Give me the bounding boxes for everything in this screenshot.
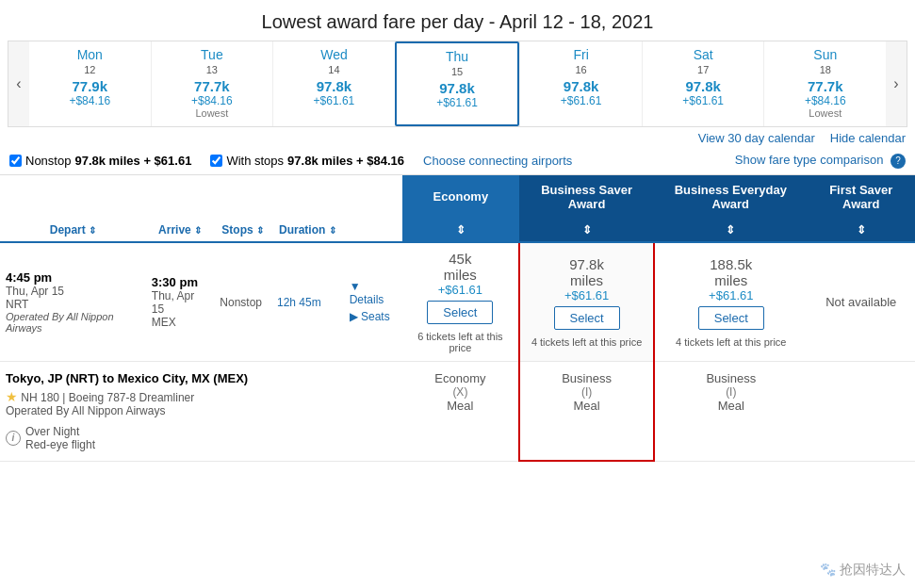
sort-stops[interactable]: Stops ⇕: [214, 219, 271, 242]
sort-duration[interactable]: Duration ⇕: [271, 219, 344, 242]
depart-sort-icon: ⇕: [89, 225, 96, 236]
first-saver-header: First Saver Award: [808, 175, 916, 219]
calendar-links: View 30 day calendar Hide calendar: [0, 127, 915, 149]
economy-fare-cell: 45kmiles +$61.61 Select 6 tickets left a…: [402, 242, 519, 362]
biz-saver-class-name: Business: [526, 371, 647, 385]
dow-label: Tue: [155, 47, 270, 62]
biz-everyday-cabin-cell: Business (I) Meal: [654, 361, 807, 461]
connecting-airports-link[interactable]: Choose connecting airports: [423, 154, 572, 168]
calendar-day-mon[interactable]: Mon 12 77.9k +$84.16: [29, 41, 151, 126]
lowest-label: Lowest: [768, 107, 882, 119]
date-num: 17: [646, 64, 760, 75]
dow-label: Thu: [400, 49, 515, 64]
day-cash: +$84.16: [155, 94, 270, 107]
operated-by-1: Operated By All Nippon Airways: [6, 311, 140, 334]
first-saver-sort-icon[interactable]: ⇕: [808, 219, 916, 242]
calendar-day-sat[interactable]: Sat 17 97.8k +$61.61: [642, 41, 764, 126]
duration-sort-icon: ⇕: [329, 225, 336, 236]
nonstop-label: Nonstop: [25, 154, 71, 168]
sort-arrive[interactable]: Arrive ⇕: [146, 219, 215, 242]
day-miles: 77.7k: [768, 78, 882, 94]
day-cash: +$84.16: [768, 94, 882, 107]
arrive-iata: MEX: [152, 316, 209, 329]
hide-calendar-link[interactable]: Hide calendar: [830, 131, 906, 145]
calendar-next-button[interactable]: ›: [886, 41, 907, 126]
calendar-day-tue[interactable]: Tue 13 77.7k +$84.16 Lowest: [151, 41, 273, 126]
dow-label: Fri: [524, 47, 638, 62]
stops-cell: Nonstop: [214, 242, 271, 362]
sort-headers-row: Depart ⇕ Arrive ⇕ Stops ⇕ Duration ⇕ ⇕ ⇕…: [0, 219, 915, 242]
filters-left: Nonstop 97.8k miles + $61.61 With stops …: [9, 154, 572, 168]
calendar-day-sun[interactable]: Sun 18 77.7k +$84.16 Lowest: [763, 41, 886, 126]
depart-cell: 4:45 pm Thu, Apr 15 NRT Operated By All …: [0, 242, 146, 362]
route-label: Tokyo, JP (NRT) to Mexico City, MX (MEX): [6, 371, 397, 385]
with-stops-label: With stops: [226, 154, 284, 168]
date-num: 18: [768, 64, 882, 75]
sort-depart[interactable]: Depart ⇕: [0, 219, 146, 242]
biz-saver-sort-icon[interactable]: ⇕: [519, 219, 654, 242]
biz-everyday-select-button[interactable]: Select: [698, 306, 764, 330]
economy-cash: +$61.61: [408, 283, 513, 297]
calendar-prev-button[interactable]: ‹: [8, 41, 29, 126]
dow-label: Wed: [277, 47, 391, 62]
seats-link[interactable]: ▶ Seats: [350, 310, 390, 323]
day-miles: 77.9k: [33, 78, 147, 94]
view-30-day-link[interactable]: View 30 day calendar: [698, 131, 815, 145]
biz-everyday-cash: +$61.61: [661, 288, 801, 302]
with-stops-checkbox[interactable]: [210, 155, 222, 167]
flight-row: 4:45 pm Thu, Apr 15 NRT Operated By All …: [0, 242, 915, 362]
calendar-day-wed[interactable]: Wed 14 97.8k +$61.61: [272, 41, 395, 126]
economy-meal: Meal: [408, 399, 513, 413]
arrive-date: Thu, Apr 15: [152, 289, 209, 316]
dow-label: Sun: [768, 47, 882, 62]
depart-time: 4:45 pm: [6, 270, 140, 285]
economy-sort-icon[interactable]: ⇕: [402, 219, 519, 242]
nonstop-value: 97.8k miles + $61.61: [74, 154, 191, 168]
overnight-info-icon: i: [6, 431, 21, 446]
overnight-label: Over Night Red-eye flight: [25, 425, 95, 451]
nonstop-checkbox[interactable]: [9, 155, 22, 167]
biz-everyday-sort-icon[interactable]: ⇕: [654, 219, 807, 242]
with-stops-value: 97.8k miles + $84.16: [287, 154, 404, 168]
arrive-time: 3:30 pm: [152, 275, 209, 289]
depart-iata: NRT: [6, 298, 140, 311]
depart-date: Thu, Apr 15: [6, 285, 140, 298]
biz-everyday-class-name: Business: [661, 371, 801, 385]
biz-saver-cash: +$61.61: [526, 288, 647, 302]
details-link[interactable]: ▼ Details: [350, 280, 397, 306]
date-num: 12: [33, 64, 147, 75]
dow-label: Mon: [33, 47, 147, 62]
arrive-cell: 3:30 pm Thu, Apr 15 MEX: [146, 242, 215, 362]
calendar-day-thu[interactable]: Thu 15 97.8k +$61.61: [395, 41, 520, 126]
biz-saver-cabin-cell: Business (I) Meal: [519, 361, 654, 461]
flight-details-cell: Tokyo, JP (NRT) to Mexico City, MX (MEX)…: [0, 361, 402, 461]
stops-value: Nonstop: [220, 296, 262, 309]
with-stops-filter[interactable]: With stops 97.8k miles + $84.16: [210, 154, 404, 168]
show-fare-comparison-link[interactable]: Show fare type comparison: [735, 153, 884, 167]
duration-value: 12h 45m: [277, 296, 321, 309]
not-available-label: Not available: [813, 295, 910, 309]
flight-number: ★ NH 180 | Boeing 787-8 Dreamliner: [6, 389, 397, 404]
operated-by-details: Operated By All Nippon Airways: [6, 404, 397, 417]
day-miles: 97.8k: [524, 78, 638, 94]
biz-saver-select-button[interactable]: Select: [554, 306, 620, 330]
day-miles: 77.7k: [155, 78, 270, 94]
economy-cabin-cell: Economy (X) Meal: [402, 361, 519, 461]
date-num: 13: [155, 64, 270, 75]
day-cash: +$61.61: [277, 94, 391, 107]
nonstop-filter[interactable]: Nonstop 97.8k miles + $61.61: [9, 154, 191, 168]
calendar-day-fri[interactable]: Fri 16 97.8k +$61.61: [519, 41, 642, 126]
day-cash: +$84.16: [33, 94, 147, 107]
arrive-sort-icon: ⇕: [194, 225, 202, 236]
date-num: 16: [524, 64, 638, 75]
economy-select-button[interactable]: Select: [427, 301, 493, 324]
flights-table: Economy Business Saver Award Business Ev…: [0, 175, 915, 463]
biz-saver-meal: Meal: [526, 399, 647, 413]
day-miles: 97.8k: [400, 80, 515, 96]
duration-cell: 12h 45m: [271, 242, 344, 362]
economy-tickets-left: 6 tickets left at this price: [408, 331, 513, 353]
star-icon: ★: [6, 389, 18, 404]
details-row: Tokyo, JP (NRT) to Mexico City, MX (MEX)…: [0, 361, 915, 461]
biz-everyday-meal: Meal: [661, 399, 801, 413]
biz-saver-header: Business Saver Award: [519, 175, 654, 219]
